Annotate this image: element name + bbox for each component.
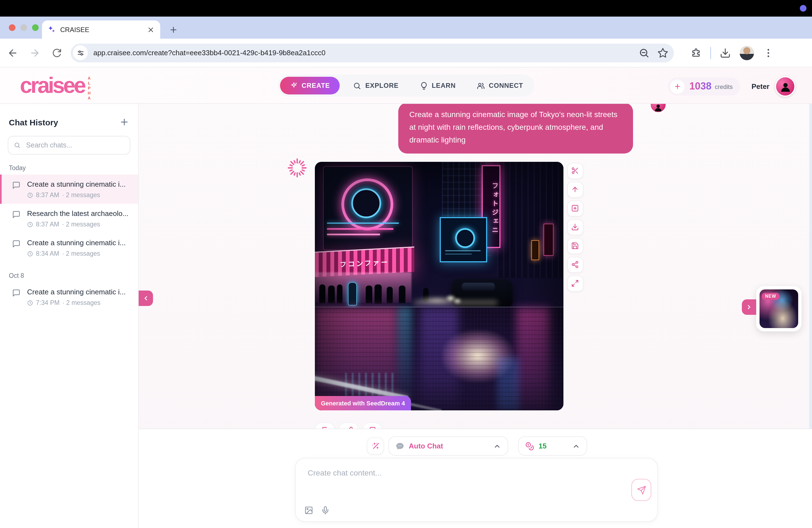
person-silhouette-icon [779,80,791,92]
new-badge: NEW [762,293,779,300]
expand-image-button[interactable] [567,276,583,291]
add-to-canvas-button[interactable] [567,201,583,216]
zoom-window-button[interactable] [32,24,39,31]
new-tab-button[interactable] [167,23,180,36]
minimize-window-button[interactable] [20,24,27,31]
browser-toolbar: app.craisee.com/create?chat=eee33bb4-002… [0,39,812,68]
nav-explore-label: EXPLORE [365,82,398,89]
token-cost-dropdown[interactable]: 15 [518,436,587,456]
forward-arrow-icon [29,47,40,58]
extensions-puzzle-icon[interactable] [691,47,701,58]
token-count: 15 [539,442,572,450]
share-nodes-icon [571,261,579,269]
nav-learn-label: LEARN [432,82,456,89]
screen: CRAISEE app.craisee.com/create?chat=eee3… [0,0,812,528]
chat-bubble-icon [12,210,20,219]
app-header: craisee ALPHA CREATE EXPLORE LEARN CONNE… [0,68,812,104]
chat-search-box[interactable] [8,136,130,155]
speech-bubble-icon [395,442,404,450]
chat-item-time: 8:34 AM [36,250,59,257]
craisee-logo[interactable]: craisee ALPHA [20,73,91,101]
chevron-up-icon [493,442,501,450]
chat-item-count: · 2 messages [62,299,101,306]
download-icon [571,223,579,231]
message-author-avatar [650,104,667,113]
favicon-sparkle-icon [47,25,56,34]
send-button[interactable] [632,479,651,501]
url-text[interactable]: app.craisee.com/create?chat=eee33bb4-002… [93,48,631,57]
chat-main-area: Create a stunning cinematic image of Tok… [139,104,812,528]
nav-tab-create[interactable]: CREATE [280,77,340,94]
magic-wand-icon [371,442,380,450]
chat-input-card [295,458,658,522]
address-bar[interactable]: app.craisee.com/create?chat=eee33bb4-002… [71,43,674,62]
nav-tab-connect[interactable]: CONNECT [469,82,531,90]
app-body: Chat History Today Create a stunning cin… [0,104,812,528]
zoom-out-icon[interactable] [639,47,650,58]
chat-history-item[interactable]: Create a stunning cinematic i... 8:34 AM… [0,233,138,262]
new-generation-promo-card[interactable]: NEW [756,286,801,332]
new-chat-button[interactable] [119,117,129,127]
browser-tab[interactable]: CRAISEE [42,20,160,39]
logo-wordmark: craisee [20,73,85,101]
browser-profile-avatar[interactable] [740,46,754,60]
nav-tab-explore[interactable]: EXPLORE [346,82,406,90]
upscale-button[interactable] [567,182,583,197]
chat-history-item[interactable]: Research the latest archaeolo... 8:37 AM… [0,204,138,233]
chat-item-title: Create a stunning cinematic i... [27,239,126,247]
clock-icon [27,250,33,256]
chat-history-sidebar: Chat History Today Create a stunning cin… [0,104,139,528]
credits-pill[interactable]: 1038 credits [668,77,740,96]
back-arrow-icon [7,47,18,58]
forward-button[interactable] [25,43,44,62]
site-settings-chip[interactable] [73,45,88,60]
close-tab-icon[interactable] [147,26,155,33]
chat-mode-dropdown[interactable]: Auto Chat [388,436,508,456]
recording-indicator-dot [800,5,807,12]
chat-history-item[interactable]: Create a stunning cinematic i... 8:37 AM… [0,175,138,204]
chat-item-title: Create a stunning cinematic i... [27,180,126,188]
downloads-icon[interactable] [720,47,731,58]
microphone-icon[interactable] [321,506,330,515]
promo-thumbnail: NEW [759,289,798,328]
browser-menu-kebab-icon[interactable] [763,47,774,58]
save-image-button[interactable] [567,238,583,254]
promo-expand-button[interactable] [742,299,756,315]
sidebar-title: Chat History [9,117,58,127]
send-plane-icon [637,485,646,495]
browser-toolbar-right [682,46,782,60]
chevron-up-icon [572,442,580,450]
chat-input[interactable] [307,467,618,503]
chat-item-time: 8:37 AM [36,221,59,228]
bookmark-star-icon[interactable] [657,47,668,58]
back-button[interactable] [3,43,22,62]
people-icon [477,82,485,90]
chat-item-count: · 2 messages [62,192,100,198]
chat-bubble-icon [12,240,20,248]
add-credits-button[interactable] [670,79,684,93]
reload-button[interactable] [47,43,66,62]
nav-tab-learn[interactable]: LEARN [412,82,463,90]
nav-connect-label: CONNECT [489,82,523,89]
scissors-icon [571,167,579,175]
search-icon [14,142,21,149]
chat-item-time: 7:34 PM [36,299,60,306]
chat-bubble-icon [12,289,20,297]
chat-mode-label: Auto Chat [409,442,493,450]
enhance-prompt-button[interactable] [367,437,384,455]
attach-image-icon[interactable] [304,506,313,515]
generation-model-badge: Generated with SeedDream 4 [315,396,411,410]
generated-image-scene: フォトジェニ フコンファー [315,162,563,410]
plus-icon [169,25,178,34]
chat-bubble-icon [12,181,20,189]
download-image-button[interactable] [567,219,583,235]
share-image-button[interactable] [567,257,583,273]
chat-history-item[interactable]: Create a stunning cinematic i... 7:34 PM… [0,282,138,311]
generated-image[interactable]: フォトジェニ フコンファー [315,162,563,410]
user-avatar[interactable] [775,76,795,97]
crop-button[interactable] [567,163,583,179]
user-message-bubble: Create a stunning cinematic image of Tok… [398,104,633,153]
close-window-button[interactable] [9,24,15,31]
search-chats-input[interactable] [25,141,124,150]
clock-icon [27,192,33,198]
